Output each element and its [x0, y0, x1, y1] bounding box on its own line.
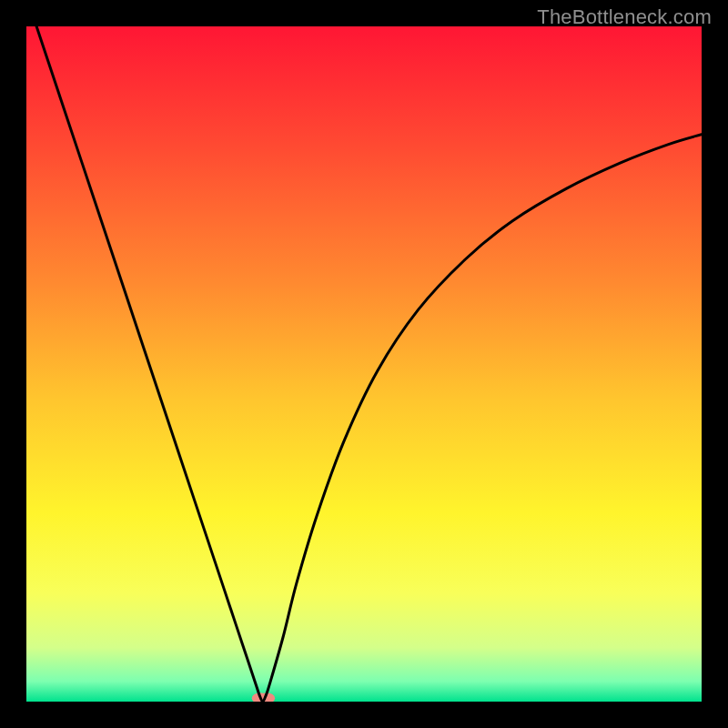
chart-background [26, 26, 702, 702]
chart-frame [26, 26, 702, 702]
bottleneck-chart [26, 26, 702, 702]
